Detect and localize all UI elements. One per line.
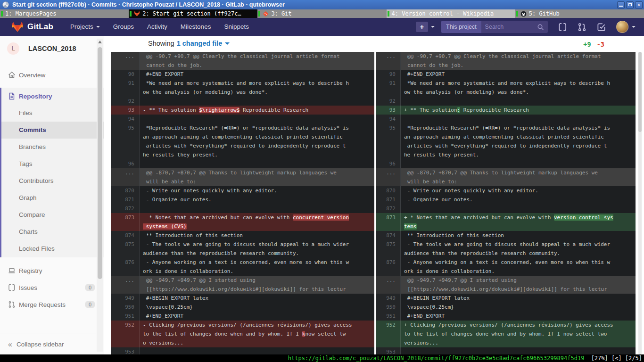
line-number[interactable]: 92	[376, 97, 401, 106]
changed-files-caret-icon[interactable]	[225, 42, 230, 45]
sidebar-subitem-locked-files[interactable]: Locked Files	[1, 240, 104, 257]
nav-link-snippets[interactable]: Snippets	[217, 18, 256, 36]
sidebar-subitem-branches[interactable]: Branches	[1, 139, 104, 156]
merge-request-icon	[8, 301, 16, 308]
diff-line-content: @@ -870,7 +870,7 @@ Thanks to lightweigh…	[140, 168, 374, 186]
line-number[interactable]: 94	[111, 115, 140, 123]
nav-link-milestones[interactable]: Milestones	[174, 18, 218, 36]
nav-link-projects[interactable]: Projects	[64, 18, 107, 36]
line-number[interactable]: 93	[111, 106, 140, 115]
line-number[interactable]: 950	[376, 303, 401, 312]
sidebar-item-overview[interactable]: Overview	[0, 66, 104, 83]
line-number[interactable]: 876	[376, 258, 401, 276]
line-number[interactable]: 94	[376, 115, 401, 123]
tab-5[interactable]: 5: GitHub	[515, 9, 644, 18]
line-number[interactable]: 873	[111, 213, 140, 231]
search-icon[interactable]	[537, 24, 544, 31]
sidebar-subitem-files[interactable]: Files	[1, 105, 104, 122]
diff-line-content: - Write our notes quickly with any edito…	[401, 186, 636, 195]
count-badge: 0	[85, 301, 95, 308]
sidebar-item-issues[interactable]: Issues0	[0, 279, 104, 296]
line-number[interactable]: 951	[376, 312, 401, 321]
maximize-button[interactable]	[626, 1, 634, 8]
line-number[interactable]: 90	[111, 70, 140, 79]
collapse-sidebar-button[interactable]: « Collapse sidebar	[0, 334, 96, 354]
line-number[interactable]: 875	[376, 240, 401, 258]
issues-icon[interactable]	[558, 23, 567, 32]
line-number[interactable]: 95	[376, 123, 401, 159]
tab-3[interactable]: 3: Git	[257, 9, 386, 18]
line-number[interactable]: 872	[376, 204, 401, 213]
changed-files-link[interactable]: 1 changed file	[177, 40, 223, 47]
line-number[interactable]: 953	[376, 347, 401, 354]
diff-line-content: - Organize our notes.	[140, 195, 374, 204]
nav-link-groups[interactable]: Groups	[107, 18, 140, 36]
tab-2[interactable]: 2: Start git section (ff927c…	[129, 9, 257, 18]
sidebar-item-registry[interactable]: Registry	[0, 262, 104, 279]
parallel-diff: ...@@ -90,7 +90,7 @@ Clearly the classic…	[111, 52, 636, 354]
close-button[interactable]: ✕	[635, 1, 643, 8]
sidebar-subitem-tags[interactable]: Tags	[1, 156, 104, 173]
line-number[interactable]: 870	[376, 186, 401, 195]
merge-request-icon[interactable]	[578, 23, 586, 32]
line-number[interactable]: 91	[111, 79, 140, 97]
line-number[interactable]: ...	[111, 52, 140, 70]
line-number[interactable]: 876	[111, 258, 140, 276]
new-menu-button[interactable]: +	[416, 22, 428, 32]
search-input[interactable]	[481, 24, 537, 30]
line-number[interactable]: 92	[111, 97, 140, 106]
line-number[interactable]: 952	[376, 321, 401, 347]
scrollbar-up-arrow-icon[interactable]	[98, 41, 102, 43]
line-number[interactable]: 950	[111, 303, 140, 312]
line-number[interactable]: 949	[111, 294, 140, 303]
user-menu-caret-icon[interactable]	[632, 26, 636, 28]
diff-line-content: @@ -870,7 +870,7 @@ Thanks to lightweigh…	[401, 168, 636, 186]
line-number[interactable]: 875	[111, 240, 140, 258]
sidebar-scrollbar[interactable]	[97, 39, 103, 352]
page-scrollbar[interactable]	[638, 52, 642, 354]
line-number[interactable]: 95	[111, 123, 140, 159]
line-number[interactable]: 874	[111, 231, 140, 240]
line-number[interactable]: ...	[376, 276, 401, 294]
line-number[interactable]: 91	[376, 79, 401, 97]
line-number[interactable]: 872	[111, 204, 140, 213]
page-scrollbar-thumb[interactable]	[638, 52, 642, 132]
line-number[interactable]: 949	[376, 294, 401, 303]
line-number[interactable]: 871	[111, 195, 140, 204]
sidebar-subitem-contributors[interactable]: Contributors	[1, 173, 104, 189]
project-sidebar: L LASCON_2018 Overview Repository FilesC…	[0, 36, 104, 354]
line-number[interactable]: 93	[376, 106, 401, 115]
tab-4[interactable]: 4: Version control - Wikipedia	[387, 9, 515, 18]
line-number[interactable]: ...	[111, 168, 140, 186]
line-number[interactable]: 871	[376, 195, 401, 204]
new-menu-caret-icon[interactable]	[431, 26, 435, 28]
line-number[interactable]: 953	[111, 347, 140, 354]
sidebar-subitem-compare[interactable]: Compare	[1, 206, 104, 223]
sidebar-subitem-graph[interactable]: Graph	[1, 189, 104, 206]
line-number[interactable]: ...	[376, 52, 401, 70]
line-number[interactable]: 951	[111, 312, 140, 321]
line-number[interactable]: 874	[376, 231, 401, 240]
sidebar-subitem-commits[interactable]: Commits	[1, 122, 104, 139]
nav-link-activity[interactable]: Activity	[140, 18, 174, 36]
sidebar-item-merge-requests[interactable]: Merge Requests0	[0, 296, 104, 313]
line-number[interactable]: 96	[376, 159, 401, 168]
diff-row: 92	[376, 97, 636, 106]
line-number[interactable]: 952	[111, 321, 140, 347]
sidebar-item-repository[interactable]: Repository	[1, 88, 104, 105]
user-avatar[interactable]	[616, 21, 628, 33]
line-number[interactable]: 873	[376, 213, 401, 231]
minimize-button[interactable]	[617, 1, 625, 8]
window-controls: ✕	[617, 1, 643, 8]
sidebar-subitem-charts[interactable]: Charts	[1, 223, 104, 240]
todos-icon[interactable]	[597, 23, 606, 32]
project-header[interactable]: L LASCON_2018	[0, 36, 104, 59]
line-number[interactable]: 90	[376, 70, 401, 79]
line-number[interactable]: 96	[111, 159, 140, 168]
line-number[interactable]: ...	[376, 168, 401, 186]
line-number[interactable]: ...	[111, 276, 140, 294]
sidebar-scrollbar-thumb[interactable]	[98, 47, 102, 279]
gitlab-logo[interactable]: GitLab	[11, 21, 53, 33]
line-number[interactable]: 870	[111, 186, 140, 195]
tab-1[interactable]: 1: MarquesPages	[0, 9, 129, 18]
